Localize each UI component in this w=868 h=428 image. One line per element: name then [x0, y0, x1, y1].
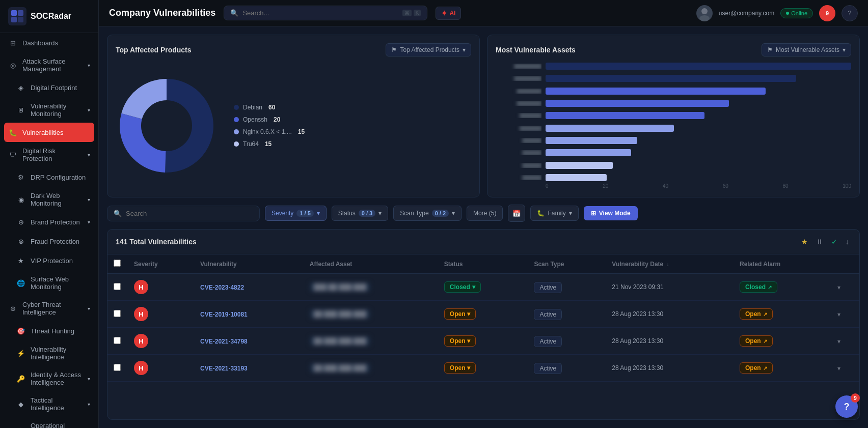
expand-row-btn[interactable]: ▾: [837, 338, 840, 345]
vulnerabilities-table: Severity Vulnerability Affected Asset St…: [107, 254, 859, 382]
sidebar-item-iai[interactable]: 🔑 Identity & Access Intelligence ▾: [0, 366, 98, 391]
help-header-button[interactable]: ?: [842, 5, 858, 21]
legend-item-tru64: Tru64 15: [234, 140, 305, 148]
svg-rect-3: [18, 17, 23, 22]
row-checkbox[interactable]: [114, 310, 121, 317]
sidebar-item-fraud[interactable]: ⊗ Fraud Protection: [0, 232, 98, 251]
family-filter-btn[interactable]: 🐛 Family ▾: [530, 206, 578, 221]
filter-row: 🔍 Severity 1 / 5 ▾ Status 0 / 3 ▾ Scan T…: [107, 205, 860, 222]
sidebar-item-dark-web[interactable]: ◉ Dark Web Monitoring ▾: [0, 187, 98, 212]
bar-label-9: ███████: [496, 175, 541, 180]
table-header: 141 Total Vulnerabilities ★ ⏸ ✓ ↓: [107, 230, 859, 254]
vuln-id[interactable]: CVE-2023-4822: [200, 284, 244, 291]
search-input[interactable]: [242, 9, 398, 17]
more-filters-btn[interactable]: More (5): [467, 206, 503, 221]
darkweb-icon: ◉: [16, 195, 25, 204]
row-checkbox[interactable]: [114, 364, 121, 371]
sidebar: SOCRadar ⊞ Dashboards ◎ Attack Surface M…: [0, 0, 99, 428]
external-link-icon: ↗: [763, 338, 767, 344]
grid-icon: ⊞: [8, 38, 17, 47]
bar-track-1: [546, 75, 851, 82]
main-area: Company Vulnerabilities 🔍 ⌘ K ✦ AI user@…: [99, 0, 868, 428]
calendar-filter-btn[interactable]: 📅: [508, 205, 525, 222]
status-pill[interactable]: Open ▾: [444, 362, 476, 374]
vuln-id[interactable]: CVE-2021-33193: [200, 365, 248, 372]
legend-item-nginx: Nginx 0.6.X < 1.... 15: [234, 128, 305, 135]
total-count-label: 141 Total Vulnerabilities: [116, 238, 197, 246]
alarm-pill[interactable]: Open ↗: [740, 335, 773, 347]
bar-row-8: ███████: [496, 162, 851, 169]
sidebar-item-brand[interactable]: ⊕ Brand Protection ▾: [0, 212, 98, 232]
ai-button[interactable]: ✦ AI: [436, 7, 461, 20]
sidebar-item-drp-config[interactable]: ⚙ DRP Configuration: [0, 167, 98, 187]
logo: SOCRadar: [0, 0, 98, 33]
table-action-pause[interactable]: ⏸: [814, 236, 825, 248]
scan-type-filter-btn[interactable]: Scan Type 0 / 2 ▾: [393, 206, 462, 221]
chevron-down-icon: ▾: [467, 310, 470, 318]
floating-help-button[interactable]: ? 9: [835, 395, 858, 418]
bar-row-6: ███████: [496, 137, 851, 144]
status-pill[interactable]: Closed ▾: [444, 281, 481, 293]
expand-row-btn[interactable]: ▾: [837, 365, 840, 372]
status-filter-btn[interactable]: Status 0 / 3 ▾: [332, 206, 388, 221]
vuln-id[interactable]: CVE-2019-10081: [200, 311, 248, 318]
sidebar-item-tactical[interactable]: ◆ Tactical Intelligence ▾: [0, 391, 98, 417]
row-vulnerability-cell: CVE-2021-34798: [194, 328, 304, 355]
chart-filter-btn-left[interactable]: ⚑ Top Affected Products ▾: [386, 43, 471, 56]
bar-row-9: ███████: [496, 174, 851, 181]
status-pill[interactable]: Open ▾: [444, 335, 476, 347]
flag-icon: ⚑: [767, 46, 773, 53]
chevron-down-icon: ▾: [88, 376, 90, 382]
sidebar-item-asm[interactable]: ◎ Attack Surface Management ▾: [0, 52, 98, 78]
notifications-button[interactable]: 9: [819, 5, 835, 21]
sidebar-item-vip[interactable]: ★ VIP Protection: [0, 251, 98, 270]
view-mode-btn[interactable]: ⊞ View Mode: [584, 206, 638, 220]
table-action-check[interactable]: ✓: [829, 236, 839, 248]
row-expand-cell: ▾: [831, 301, 859, 328]
header: Company Vulnerabilities 🔍 ⌘ K ✦ AI user@…: [99, 0, 868, 26]
logo-text: SOCRadar: [31, 12, 71, 21]
sidebar-item-dashboards[interactable]: ⊞ Dashboards: [0, 33, 98, 52]
top-affected-products-card: Top Affected Products ⚑ Top Affected Pro…: [107, 35, 480, 197]
alarm-pill[interactable]: Closed ↗: [740, 281, 777, 293]
sidebar-item-threat-hunting[interactable]: 🎯 Threat Hunting: [0, 321, 98, 340]
table-action-download[interactable]: ↓: [844, 236, 851, 248]
bar-row-1: ██████████: [496, 75, 851, 82]
row-severity-cell: H: [128, 274, 194, 301]
col-related-alarm-header: Related Alarm: [734, 254, 831, 274]
vuln-id[interactable]: CVE-2021-34798: [200, 338, 248, 345]
chevron-down-icon: ▾: [317, 210, 320, 217]
sidebar-item-operational[interactable]: ◇ Operational Intelligence ▾: [0, 417, 98, 428]
search-bar[interactable]: 🔍 ⌘ K: [224, 6, 427, 20]
table-search-input[interactable]: [126, 210, 253, 217]
expand-row-btn[interactable]: ▾: [837, 284, 840, 291]
row-scan-type-cell: Active: [528, 274, 606, 301]
status-pill[interactable]: Open ▾: [444, 308, 476, 320]
bar-fill-1: [546, 75, 796, 82]
alarm-pill[interactable]: Open ↗: [740, 362, 773, 374]
sidebar-item-cti[interactable]: ⊛ Cyber Threat Intelligence ▾: [0, 296, 98, 321]
sidebar-item-vuln-monitoring[interactable]: ⛨ Vulnerability Monitoring ▾: [0, 97, 98, 123]
row-checkbox[interactable]: [114, 337, 121, 344]
select-all-checkbox[interactable]: [114, 260, 121, 267]
bar-fill-4: [546, 112, 704, 119]
sidebar-item-digital-footprint[interactable]: ◈ Digital Footprint: [0, 78, 98, 97]
bar-fill-6: [546, 137, 637, 144]
expand-row-btn[interactable]: ▾: [837, 311, 840, 318]
sidebar-item-surface-web[interactable]: 🌐 Surface Web Monitoring: [0, 270, 98, 296]
shield-icon: ⛨: [16, 105, 25, 115]
table-action-star[interactable]: ★: [799, 236, 810, 248]
row-checkbox[interactable]: [114, 283, 121, 290]
row-vulnerability-cell: CVE-2019-10081: [194, 301, 304, 328]
alarm-pill[interactable]: Open ↗: [740, 308, 773, 320]
chart-filter-btn-right[interactable]: ⚑ Most Vulnerable Assets ▾: [762, 43, 851, 56]
severity-filter-btn[interactable]: Severity 1 / 5 ▾: [265, 206, 327, 221]
sidebar-item-vuln-intelligence[interactable]: ⚡ Vulnerability Intelligence: [0, 340, 98, 366]
bar-track-4: [546, 112, 851, 119]
sidebar-item-drp[interactable]: 🛡 Digital Risk Protection ▾: [0, 142, 98, 167]
sidebar-item-vulnerabilities[interactable]: 🐛 Vulnerabilities: [4, 123, 94, 142]
chart-body-left: Debian 60 Openssh 20 Nginx 0.6.X < 1....: [116, 63, 471, 189]
bar-track-2: [546, 88, 851, 95]
filter-search[interactable]: 🔍: [107, 206, 260, 221]
bar-label-7: ███████: [496, 150, 541, 155]
